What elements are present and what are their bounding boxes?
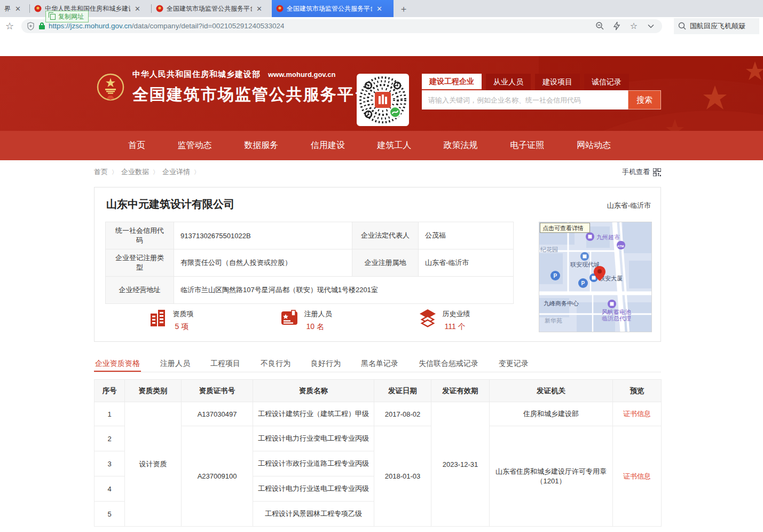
site-brand[interactable]: 中华人民共和国住房和城乡建设部www.mohurd.gov.cn 全国建筑市场监… [96,69,372,106]
header-search-button[interactable]: 搜索 [628,90,661,109]
tab-registered-personnel[interactable]: 注册人员 [159,354,191,372]
map-parking-icon: P [581,280,585,286]
tab-label: 界 [4,4,11,13]
field-label: 统一社会信用代码 [106,222,174,249]
legal-rep-value: 公茂福 [419,222,514,249]
cell-seq: 1 [95,402,125,426]
tab-projects[interactable]: 工程项目 [209,354,241,372]
stat-historical-performance[interactable]: 历史业绩 111 个 [418,308,470,332]
map-parking-icon: P [554,273,557,279]
detail-tabs: 企业资质资格 注册人员 工程项目 不良行为 良好行为 黑名单记录 失信联合惩戒记… [94,354,661,372]
cell-issue-date: 2017-08-02 [374,402,431,426]
nav-item-workers[interactable]: 建筑工人 [377,140,411,151]
nav-item-supervision[interactable]: 监管动态 [178,140,212,151]
tab-dishonesty-records[interactable]: 失信联合惩戒记录 [418,354,479,372]
mobile-view[interactable]: 手机查看 [622,167,661,177]
breadcrumb-separator: 〉 [194,168,200,176]
lightning-icon[interactable] [611,20,623,32]
search-tab-enterprise[interactable]: 建设工程企业 [422,74,482,90]
new-tab-button[interactable]: ＋ [397,2,411,15]
building-icon [148,308,168,327]
url-text[interactable]: https://jzsc.mohurd.gov.cn/data/company/… [49,22,284,30]
company-name: 山东中元建筑设计有限公司 [106,197,234,212]
browser-tab-jzsc[interactable]: 全国建筑市场监管公共服务平台 ✕ [152,0,272,17]
company-card: 山东中元建筑设计有限公司 山东省-临沂市 统一社会信用代码 9137130267… [94,187,661,342]
url-host: https://jzsc.mohurd.gov.cn [49,22,132,30]
browser-quick-search[interactable]: 国航回应飞机颠簸 [674,18,759,34]
cell-cert-no: A137030497 [182,402,253,426]
site-header: 中华人民共和国住房和城乡建设部www.mohurd.gov.cn 全国建筑市场监… [0,56,763,131]
tab-label: 全国建筑市场监管公共服务平台 [287,4,372,13]
cell-name: 工程设计风景园林工程专项乙级 [253,502,374,527]
search-icon [678,22,686,30]
bookmark-star-icon[interactable]: ☆ [4,21,15,32]
breadcrumb-company-detail[interactable]: 企业详情 [162,167,190,177]
tab-qualifications[interactable]: 企业资质资格 [94,354,141,372]
browser-tab-active[interactable]: 全国建筑市场监管公共服务平台 ✕ [272,0,394,17]
cell-seq: 4 [95,476,125,502]
nav-item-home[interactable]: 首页 [128,140,145,151]
tab-close-icon[interactable]: ✕ [135,5,140,13]
qualification-table: 序号 资质类别 资质证书号 资质名称 发证日期 发证有效期 发证机关 预览 1 … [94,379,662,527]
tab-favicon-emblem-icon [276,5,284,12]
cell-seq: 2 [95,426,125,451]
cell-issue-date: 2018-01-03 [374,426,431,527]
cell-name: 工程设计电力行业送电工程专业丙级 [253,476,374,502]
col-validity: 发证有效期 [431,380,490,402]
search-tab-project[interactable]: 建设项目 [535,74,580,90]
address-bar[interactable]: https://jzsc.mohurd.gov.cn/data/company/… [21,19,662,33]
tab-close-icon[interactable]: ✕ [256,5,262,13]
cell-authority: 住房和城乡建设部 [490,402,613,426]
tab-close-icon[interactable]: ✕ [15,5,21,13]
copy-icon [50,14,56,20]
tab-change-records[interactable]: 变更记录 [498,354,530,372]
zoom-out-icon[interactable] [594,20,605,32]
tab-favicon-emblem-icon [156,5,163,12]
shield-plus-icon[interactable] [27,22,35,30]
tab-close-icon[interactable]: ✕ [376,5,382,13]
nav-item-credit[interactable]: 信用建设 [311,140,345,151]
stat-label: 资质项 [173,309,194,319]
search-tab-credit[interactable]: 诚信记录 [584,74,629,90]
breadcrumb-company-data[interactable]: 企业数据 [121,167,149,177]
cell-category: 设计资质 [125,402,182,527]
tab-label: 全国建筑市场监管公共服务平台 [167,4,252,13]
map-label-lianan-city: 联安现代城 [570,261,600,268]
company-info-table: 统一社会信用代码 91371302675501022B 企业法定代表人 公茂福 … [105,222,514,304]
search-tab-personnel[interactable]: 从业人员 [486,74,531,90]
tab-favicon-emblem-icon [34,5,42,12]
tab-bad-behavior[interactable]: 不良行为 [259,354,292,372]
map-tooltip: 点击可查看详情 [542,225,584,231]
company-location-map[interactable]: 九州超市 ATM 纪花园 联安现代城 P P 联安大厦 九峰商务中心 风帆蓄电池… [539,222,652,332]
reg-type-value: 有限责任公司（自然人投资或控股） [174,249,352,277]
https-lock-icon[interactable] [39,22,45,29]
nav-item-site-news[interactable]: 网站动态 [577,140,611,151]
map-label-supermarket: 九州超市 [596,234,620,240]
certificate-info-link[interactable]: 证书信息 [623,472,651,480]
tab-good-behavior[interactable]: 良好行为 [310,354,342,372]
certificate-info-link[interactable]: 证书信息 [623,410,651,418]
nav-item-ecert[interactable]: 电子证照 [510,140,544,151]
header-search-input[interactable] [422,90,628,109]
field-label: 企业登记注册类型 [106,249,174,277]
breadcrumb-home[interactable]: 首页 [94,167,108,177]
chevron-down-icon[interactable] [645,20,657,32]
cell-name: 工程设计建筑行业（建筑工程）甲级 [253,402,374,426]
nav-item-policy[interactable]: 政策法规 [444,140,478,151]
table-header-row: 序号 资质类别 资质证书号 资质名称 发证日期 发证有效期 发证机关 预览 [95,380,662,402]
browser-tab-partial[interactable]: 界 ✕ [0,0,30,17]
favorite-star-icon[interactable]: ☆ [628,20,640,32]
table-row: 1 设计资质 A137030497 工程设计建筑行业（建筑工程）甲级 2017-… [95,402,662,426]
map-label-battery-1: 风帆蓄电池 [602,309,631,315]
nav-item-data-service[interactable]: 数据服务 [244,140,278,151]
stat-qualifications[interactable]: 资质项 5 项 [148,308,194,332]
company-region: 山东省-临沂市 [607,201,651,210]
layers-icon [418,308,437,327]
site-nav: 首页 监管动态 数据服务 信用建设 建筑工人 政策法规 电子证照 网站动态 [0,131,763,160]
stat-registered-personnel[interactable]: 注册人员 10 名 [280,308,332,332]
tab-blacklist[interactable]: 黑名单记录 [360,354,399,372]
cell-authority: 山东省住房和城乡建设厅许可专用章（1201） [490,426,613,527]
map-label-garden: 纪花园 [540,246,558,253]
stat-value: 5 项 [173,322,194,332]
cell-validity: 2023-12-31 [431,402,490,527]
